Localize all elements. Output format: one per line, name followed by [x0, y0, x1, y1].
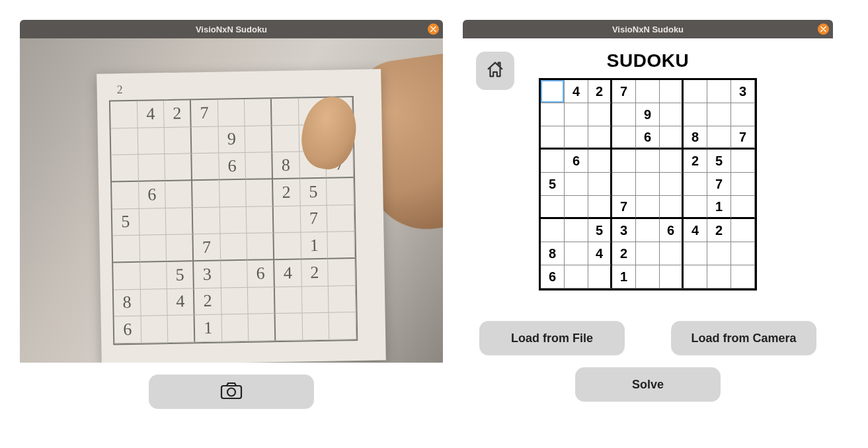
sudoku-cell[interactable] [565, 173, 588, 196]
sudoku-cell[interactable] [660, 196, 684, 219]
sudoku-cell[interactable] [588, 265, 612, 289]
sudoku-cell[interactable] [612, 150, 636, 173]
sudoku-cell[interactable] [684, 196, 707, 219]
sudoku-cell[interactable]: 3 [612, 219, 636, 242]
sudoku-cell[interactable] [731, 103, 755, 126]
sudoku-cell[interactable]: 5 [707, 150, 731, 173]
paper-cell [165, 181, 192, 208]
sudoku-cell[interactable] [541, 150, 565, 173]
sudoku-cell[interactable] [660, 150, 684, 173]
sudoku-cell[interactable]: 3 [731, 80, 755, 103]
sudoku-cell[interactable] [612, 173, 636, 196]
sudoku-cell[interactable]: 9 [636, 103, 660, 126]
sudoku-cell[interactable] [660, 242, 684, 265]
sudoku-cell[interactable]: 4 [684, 219, 707, 242]
sudoku-cell[interactable]: 6 [565, 150, 588, 173]
sudoku-cell[interactable] [541, 126, 565, 150]
sudoku-cell[interactable] [707, 126, 731, 150]
sudoku-cell[interactable] [636, 242, 660, 265]
sudoku-cell[interactable] [588, 173, 612, 196]
sudoku-cell[interactable] [565, 242, 588, 265]
sudoku-cell[interactable]: 2 [684, 150, 707, 173]
sudoku-cell[interactable] [588, 103, 612, 126]
sudoku-cell[interactable] [541, 196, 565, 219]
sudoku-cell[interactable] [565, 219, 588, 242]
sudoku-cell[interactable]: 8 [684, 126, 707, 150]
sudoku-cell[interactable]: 1 [612, 265, 636, 289]
solver-window-close-button[interactable] [818, 24, 829, 35]
sudoku-cell[interactable] [636, 80, 660, 103]
sudoku-cell[interactable] [636, 219, 660, 242]
sudoku-cell[interactable]: 1 [707, 196, 731, 219]
sudoku-cell[interactable] [588, 126, 612, 150]
sudoku-cell[interactable] [731, 265, 755, 289]
sudoku-cell[interactable]: 2 [588, 80, 612, 103]
sudoku-cell[interactable] [684, 103, 707, 126]
sudoku-cell[interactable]: 8 [541, 242, 565, 265]
sudoku-cell[interactable] [636, 265, 660, 289]
sudoku-cell[interactable]: 5 [541, 173, 565, 196]
sudoku-cell[interactable] [588, 196, 612, 219]
sudoku-cell[interactable] [731, 173, 755, 196]
sudoku-cell[interactable] [707, 80, 731, 103]
sudoku-cell[interactable]: 4 [565, 80, 588, 103]
sudoku-cell[interactable] [541, 80, 565, 103]
camera-window-close-button[interactable] [428, 24, 439, 35]
sudoku-cell[interactable] [636, 150, 660, 173]
sudoku-cell[interactable] [612, 103, 636, 126]
sudoku-cell[interactable] [684, 173, 707, 196]
sudoku-cell[interactable] [565, 265, 588, 289]
sudoku-cell[interactable] [731, 219, 755, 242]
solver-window-titlebar[interactable]: VisioNxN Sudoku [463, 20, 833, 38]
paper-cell [275, 287, 302, 314]
paper-cell [219, 207, 247, 234]
sudoku-cell[interactable] [565, 196, 588, 219]
sudoku-cell[interactable] [636, 173, 660, 196]
sudoku-cell[interactable] [660, 103, 684, 126]
sudoku-cell[interactable] [731, 150, 755, 173]
sudoku-cell[interactable] [588, 150, 612, 173]
sudoku-cell[interactable] [565, 126, 588, 150]
sudoku-cell[interactable] [565, 103, 588, 126]
capture-button[interactable] [149, 375, 314, 409]
sudoku-cell[interactable] [660, 265, 684, 289]
load-from-file-button[interactable]: Load from File [479, 321, 625, 355]
sudoku-cell[interactable]: 4 [588, 242, 612, 265]
sudoku-cell[interactable] [541, 103, 565, 126]
sudoku-cell[interactable] [541, 219, 565, 242]
sudoku-cell[interactable] [707, 265, 731, 289]
load-from-camera-button[interactable]: Load from Camera [671, 321, 816, 355]
sudoku-cell[interactable]: 2 [707, 219, 731, 242]
sudoku-grid[interactable]: 4273968762557715364284261 [539, 78, 757, 291]
sudoku-cell[interactable]: 6 [541, 265, 565, 289]
sudoku-cell[interactable] [684, 265, 707, 289]
sudoku-cell[interactable] [731, 242, 755, 265]
sudoku-cell[interactable] [636, 196, 660, 219]
sudoku-cell[interactable] [707, 242, 731, 265]
sudoku-cell[interactable]: 7 [612, 80, 636, 103]
sudoku-cell[interactable]: 6 [636, 126, 660, 150]
camera-window-titlebar[interactable]: VisioNxN Sudoku [20, 20, 443, 38]
solve-button[interactable]: Solve [575, 367, 721, 402]
sudoku-cell[interactable]: 7 [707, 173, 731, 196]
sudoku-cell[interactable] [684, 242, 707, 265]
home-button[interactable] [476, 52, 514, 90]
sudoku-cell[interactable] [612, 126, 636, 150]
paper-cell [302, 313, 329, 340]
sudoku-cell[interactable] [707, 103, 731, 126]
sudoku-cell[interactable] [660, 126, 684, 150]
sudoku-cell[interactable] [684, 80, 707, 103]
sudoku-heading: SUDOKU [607, 50, 689, 71]
sudoku-cell[interactable] [731, 196, 755, 219]
sudoku-cell[interactable]: 6 [660, 219, 684, 242]
sudoku-cell[interactable] [660, 80, 684, 103]
paper-cell: 4 [167, 289, 194, 316]
paper-cell [329, 286, 356, 313]
sudoku-cell[interactable]: 7 [612, 196, 636, 219]
sudoku-cell[interactable] [660, 173, 684, 196]
paper-cell: 1 [195, 315, 222, 342]
sudoku-cell[interactable]: 2 [612, 242, 636, 265]
sudoku-cell[interactable]: 7 [731, 126, 755, 150]
paper-cell [245, 126, 272, 153]
sudoku-cell[interactable]: 5 [588, 219, 612, 242]
